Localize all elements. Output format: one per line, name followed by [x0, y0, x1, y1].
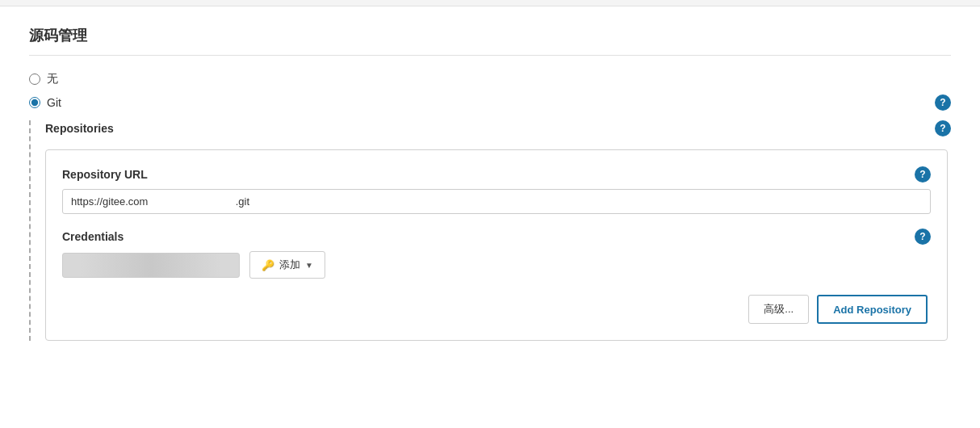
dropdown-arrow-icon: ▼ — [305, 261, 313, 270]
git-help-icon[interactable]: ? — [935, 94, 951, 111]
repo-url-label: Repository URL — [62, 168, 148, 181]
dashed-border — [29, 120, 31, 341]
credentials-field-header: Credentials ? — [62, 229, 931, 245]
radio-git-item: Git ? — [29, 94, 951, 111]
repositories-label: Repositories — [45, 122, 114, 135]
git-section: Repositories ? Repository URL ? — [29, 120, 951, 341]
radio-none-item: 无 — [29, 72, 951, 86]
credentials-field-row: Credentials ? 🔑 添加 ▼ — [62, 229, 931, 279]
credentials-row: 🔑 添加 ▼ — [62, 251, 931, 279]
credentials-input[interactable] — [62, 253, 240, 278]
radio-git[interactable] — [29, 97, 40, 108]
add-repository-button[interactable]: Add Repository — [817, 295, 928, 324]
top-bar — [0, 0, 980, 6]
credentials-help-icon[interactable]: ? — [915, 229, 931, 245]
key-icon: 🔑 — [262, 259, 274, 271]
credentials-label: Credentials — [62, 230, 124, 243]
repo-card: Repository URL ? Credentials ? — [45, 149, 948, 341]
page-container: 源码管理 无 Git ? Repositories — [0, 0, 980, 428]
git-content: Repositories ? Repository URL ? — [45, 120, 951, 341]
repositories-help-icon[interactable]: ? — [935, 120, 951, 136]
repo-url-help-icon[interactable]: ? — [915, 166, 931, 183]
add-credentials-button[interactable]: 🔑 添加 ▼ — [249, 251, 325, 279]
advanced-button[interactable]: 高级... — [748, 295, 809, 324]
section-title: 源码管理 — [29, 26, 951, 56]
repo-url-field-row: Repository URL ? — [62, 166, 931, 214]
radio-group: 无 Git ? — [29, 72, 951, 111]
radio-git-label[interactable]: Git — [47, 96, 61, 109]
radio-none[interactable] — [29, 73, 40, 85]
action-buttons-row: 高级... Add Repository — [62, 295, 931, 324]
radio-none-label[interactable]: 无 — [47, 72, 58, 86]
add-button-label: 添加 — [279, 258, 300, 272]
git-label-wrapper: Git — [29, 96, 61, 109]
repo-url-field-header: Repository URL ? — [62, 166, 931, 183]
content-area: 源码管理 无 Git ? Repositories — [0, 6, 980, 360]
repositories-header: Repositories ? — [45, 120, 951, 136]
repo-url-input[interactable] — [62, 189, 931, 214]
repo-url-input-wrapper — [62, 189, 931, 214]
credentials-select-wrapper — [62, 253, 240, 278]
